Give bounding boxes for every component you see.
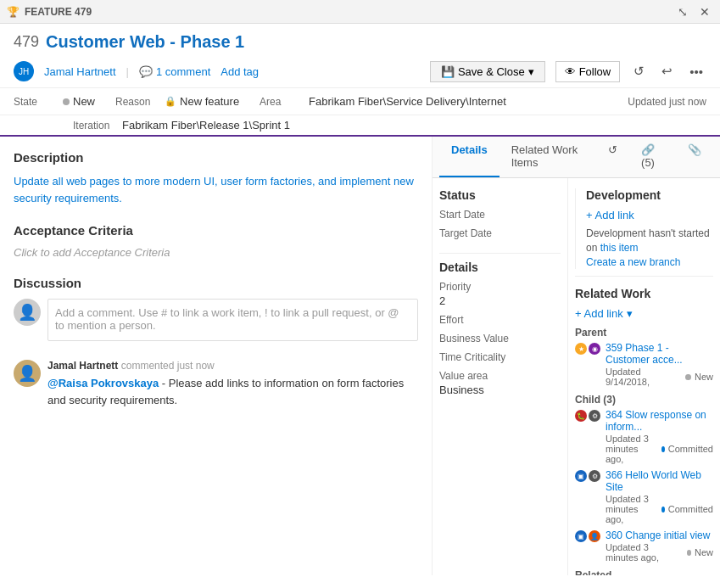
dev-add-link-button[interactable]: + Add link bbox=[586, 209, 634, 221]
status-section: Status Start Date Target Date bbox=[439, 188, 561, 239]
dev-title: Development bbox=[586, 188, 713, 202]
iteration-value[interactable]: Fabrikam Fiber\Release 1\Sprint 1 bbox=[122, 119, 290, 132]
parent-meta: Updated 9/14/2018, New bbox=[606, 367, 713, 387]
start-date-label: Start Date bbox=[439, 209, 561, 221]
save-dropdown-icon: ▾ bbox=[528, 65, 534, 78]
priority-field: Priority 2 bbox=[439, 281, 561, 307]
status-title: Status bbox=[439, 188, 561, 202]
comment-avatar-icon: 👤 bbox=[18, 364, 36, 383]
priority-label: Priority bbox=[439, 281, 561, 293]
title-bar: 🏆 FEATURE 479 ⤡ ✕ bbox=[0, 0, 720, 24]
child-1-dot bbox=[661, 507, 665, 512]
parent-icon-2: ◉ bbox=[589, 343, 600, 355]
child-1-icon-2: ⚙ bbox=[589, 470, 600, 482]
tab-attachments[interactable]: 📎 bbox=[676, 137, 713, 177]
child-item-2: ▣ 👤 360 Change initial view Updated 3 mi… bbox=[575, 529, 713, 563]
child-0-name[interactable]: 364 Slow response on inform... bbox=[606, 409, 713, 433]
mention[interactable]: @Raisa Pokrovskaya bbox=[47, 377, 159, 389]
related-work-section: Related Work + Add link ▾ Parent ★ ◉ 35 bbox=[575, 287, 713, 575]
save-close-button[interactable]: 💾 Save & Close ▾ bbox=[430, 61, 545, 82]
parent-icon-1: ★ bbox=[575, 343, 587, 355]
related-add-link-button[interactable]: + Add link ▾ bbox=[575, 307, 633, 320]
minimize-button[interactable]: ⤡ bbox=[674, 3, 691, 20]
description-section: Description Update all web pages to more… bbox=[14, 150, 418, 206]
child-2-meta: Updated 3 minutes ago, New bbox=[606, 542, 713, 563]
comment-meta: Jamal Hartnett commented just now bbox=[47, 360, 418, 372]
item-number: 479 bbox=[14, 33, 39, 51]
development-section: Development + Add link Development hasn'… bbox=[575, 188, 713, 269]
header-actions: JH Jamal Hartnett | 💬 1 comment Add tag … bbox=[14, 60, 706, 82]
business-value-field: Business Value bbox=[439, 333, 561, 344]
state-text[interactable]: New bbox=[73, 95, 95, 108]
comment-icon: 💬 bbox=[139, 65, 153, 78]
child-2-icons: ▣ 👤 bbox=[575, 530, 600, 542]
fields-row-2: Iteration Fabrikam Fiber\Release 1\Sprin… bbox=[0, 115, 720, 137]
right-left-col: Status Start Date Target Date Details bbox=[433, 178, 568, 575]
reason-text[interactable]: New feature bbox=[180, 95, 239, 108]
comment-input[interactable]: Add a comment. Use # to link a work item… bbox=[47, 299, 418, 341]
related-add-link-label: + Add link bbox=[575, 307, 623, 320]
save-icon: 💾 bbox=[441, 65, 455, 78]
business-value-label: Business Value bbox=[439, 333, 561, 344]
area-label: Area bbox=[260, 96, 302, 108]
child-2-name[interactable]: 360 Change initial view bbox=[606, 529, 713, 541]
add-tag-button[interactable]: Add tag bbox=[220, 65, 259, 78]
tab-links[interactable]: 🔗 (5) bbox=[629, 137, 676, 177]
title-bar-text: FEATURE 479 bbox=[25, 6, 92, 18]
comment-count: 1 comment bbox=[156, 65, 210, 78]
state-dot bbox=[63, 98, 70, 105]
title-bar-left: 🏆 FEATURE 479 bbox=[7, 6, 92, 18]
save-close-label: Save & Close bbox=[458, 65, 525, 78]
child-2-icon-1: ▣ bbox=[575, 530, 587, 542]
child-2-info: 360 Change initial view Updated 3 minute… bbox=[606, 529, 713, 563]
area-value[interactable]: Fabrikam Fiber\Service Delivery\Internet bbox=[309, 95, 506, 108]
child-1-name[interactable]: 366 Hello World Web Site bbox=[606, 469, 713, 493]
parent-name[interactable]: 359 Phase 1 - Customer acce... bbox=[606, 342, 713, 366]
parent-info: 359 Phase 1 - Customer acce... Updated 9… bbox=[606, 342, 713, 387]
eye-icon: 👁 bbox=[565, 65, 576, 78]
divider-2 bbox=[575, 276, 713, 277]
dev-this-item-link[interactable]: this item bbox=[600, 242, 639, 254]
priority-value[interactable]: 2 bbox=[439, 294, 561, 307]
comment-text: @Raisa Pokrovskaya - Please add links to… bbox=[47, 375, 418, 408]
discussion-title: Discussion bbox=[14, 276, 418, 290]
item-name[interactable]: Customer Web - Phase 1 bbox=[46, 32, 244, 52]
acceptance-title: Acceptance Criteria bbox=[14, 223, 418, 238]
main-content: Description Update all web pages to more… bbox=[0, 137, 720, 575]
child-0-info: 364 Slow response on inform... Updated 3… bbox=[606, 409, 713, 464]
value-area-field: Value area Business bbox=[439, 370, 561, 396]
author-name[interactable]: Jamal Hartnett bbox=[44, 65, 116, 78]
description-highlighted: Update all web pages to more modern UI, … bbox=[14, 175, 414, 204]
dropdown-chevron: ▾ bbox=[627, 307, 633, 320]
tab-history[interactable]: ↺ bbox=[596, 137, 629, 177]
trophy-icon: 🏆 bbox=[7, 6, 20, 18]
close-button[interactable]: ✕ bbox=[696, 3, 713, 20]
child-1-icons: ▣ ⚙ bbox=[575, 470, 600, 482]
follow-button[interactable]: 👁 Follow bbox=[555, 61, 621, 82]
follow-label: Follow bbox=[579, 65, 611, 78]
parent-icons: ★ ◉ bbox=[575, 343, 600, 355]
undo-button[interactable]: ↩ bbox=[658, 60, 676, 82]
more-button[interactable]: ••• bbox=[686, 61, 706, 82]
comment-separator: | bbox=[126, 65, 129, 78]
discussion-section: Discussion 👤 Add a comment. Use # to lin… bbox=[14, 276, 418, 408]
right-panel: Details Related Work Items ↺ 🔗 (5) 📎 Sta… bbox=[433, 137, 720, 575]
acceptance-section: Acceptance Criteria Click to add Accepta… bbox=[14, 223, 418, 259]
start-date-field: Start Date bbox=[439, 209, 561, 221]
child-0-dot bbox=[661, 446, 665, 452]
time-criticality-field: Time Criticality bbox=[439, 351, 561, 363]
comment-link[interactable]: 💬 1 comment bbox=[139, 65, 210, 78]
create-branch-link[interactable]: Create a new branch bbox=[586, 256, 680, 268]
comment-avatar: 👤 bbox=[14, 360, 41, 387]
tab-details[interactable]: Details bbox=[439, 137, 500, 177]
tab-related-work-items[interactable]: Related Work Items bbox=[500, 137, 596, 177]
child-label: Child (3) bbox=[575, 394, 713, 406]
refresh-button[interactable]: ↺ bbox=[630, 60, 648, 82]
comment-input-row: 👤 Add a comment. Use # to link a work it… bbox=[14, 299, 418, 351]
iteration-label: Iteration bbox=[73, 120, 115, 132]
acceptance-placeholder[interactable]: Click to add Acceptance Criteria bbox=[14, 246, 418, 259]
comment-time: commented just now bbox=[121, 360, 215, 372]
related-label: Related bbox=[575, 569, 713, 575]
parent-label: Parent bbox=[575, 327, 713, 339]
value-area-value[interactable]: Business bbox=[439, 384, 561, 396]
